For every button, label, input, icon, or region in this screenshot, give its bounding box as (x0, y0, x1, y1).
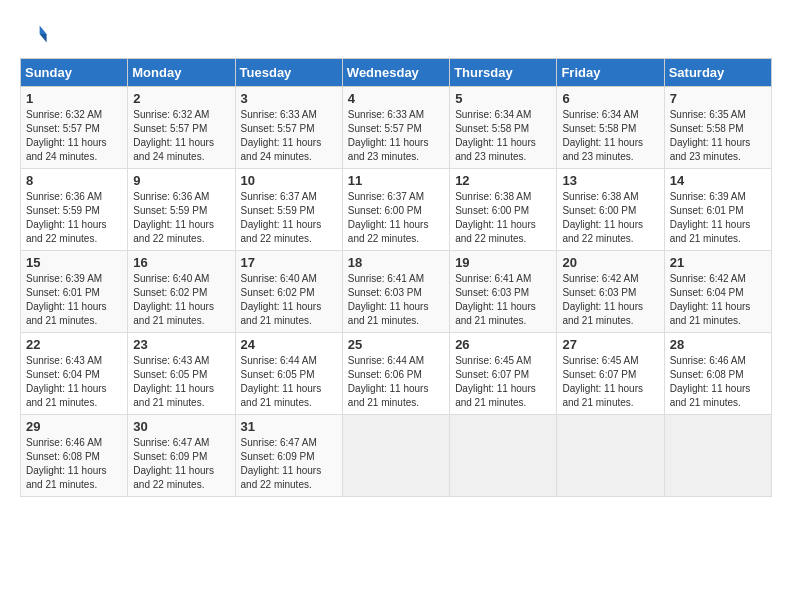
calendar-week-row: 29Sunrise: 6:46 AMSunset: 6:08 PMDayligh… (21, 415, 772, 497)
calendar-cell: 14Sunrise: 6:39 AMSunset: 6:01 PMDayligh… (664, 169, 771, 251)
day-number: 5 (455, 91, 551, 106)
calendar-cell: 27Sunrise: 6:45 AMSunset: 6:07 PMDayligh… (557, 333, 664, 415)
cell-info: Sunrise: 6:36 AMSunset: 5:59 PMDaylight:… (133, 190, 229, 246)
cell-info: Sunrise: 6:45 AMSunset: 6:07 PMDaylight:… (562, 354, 658, 410)
day-number: 3 (241, 91, 337, 106)
cell-info: Sunrise: 6:46 AMSunset: 6:08 PMDaylight:… (26, 436, 122, 492)
calendar-cell: 30Sunrise: 6:47 AMSunset: 6:09 PMDayligh… (128, 415, 235, 497)
day-number: 14 (670, 173, 766, 188)
calendar-cell (342, 415, 449, 497)
calendar-cell: 5Sunrise: 6:34 AMSunset: 5:58 PMDaylight… (450, 87, 557, 169)
page-header (20, 20, 772, 48)
day-header-monday: Monday (128, 59, 235, 87)
day-number: 27 (562, 337, 658, 352)
calendar-cell: 12Sunrise: 6:38 AMSunset: 6:00 PMDayligh… (450, 169, 557, 251)
calendar-cell: 23Sunrise: 6:43 AMSunset: 6:05 PMDayligh… (128, 333, 235, 415)
day-number: 19 (455, 255, 551, 270)
calendar-cell: 1Sunrise: 6:32 AMSunset: 5:57 PMDaylight… (21, 87, 128, 169)
header-row: SundayMondayTuesdayWednesdayThursdayFrid… (21, 59, 772, 87)
svg-marker-0 (40, 26, 47, 34)
day-header-wednesday: Wednesday (342, 59, 449, 87)
calendar-cell: 25Sunrise: 6:44 AMSunset: 6:06 PMDayligh… (342, 333, 449, 415)
calendar-cell: 8Sunrise: 6:36 AMSunset: 5:59 PMDaylight… (21, 169, 128, 251)
cell-info: Sunrise: 6:34 AMSunset: 5:58 PMDaylight:… (455, 108, 551, 164)
day-number: 7 (670, 91, 766, 106)
day-number: 16 (133, 255, 229, 270)
day-number: 30 (133, 419, 229, 434)
day-number: 15 (26, 255, 122, 270)
day-number: 9 (133, 173, 229, 188)
day-number: 13 (562, 173, 658, 188)
calendar-cell (557, 415, 664, 497)
day-header-saturday: Saturday (664, 59, 771, 87)
day-number: 12 (455, 173, 551, 188)
day-number: 28 (670, 337, 766, 352)
calendar-cell: 20Sunrise: 6:42 AMSunset: 6:03 PMDayligh… (557, 251, 664, 333)
day-number: 6 (562, 91, 658, 106)
calendar-cell: 13Sunrise: 6:38 AMSunset: 6:00 PMDayligh… (557, 169, 664, 251)
day-header-thursday: Thursday (450, 59, 557, 87)
day-header-friday: Friday (557, 59, 664, 87)
day-header-sunday: Sunday (21, 59, 128, 87)
day-number: 8 (26, 173, 122, 188)
cell-info: Sunrise: 6:44 AMSunset: 6:05 PMDaylight:… (241, 354, 337, 410)
day-number: 25 (348, 337, 444, 352)
cell-info: Sunrise: 6:41 AMSunset: 6:03 PMDaylight:… (455, 272, 551, 328)
calendar-cell: 16Sunrise: 6:40 AMSunset: 6:02 PMDayligh… (128, 251, 235, 333)
cell-info: Sunrise: 6:33 AMSunset: 5:57 PMDaylight:… (241, 108, 337, 164)
calendar-week-row: 15Sunrise: 6:39 AMSunset: 6:01 PMDayligh… (21, 251, 772, 333)
cell-info: Sunrise: 6:47 AMSunset: 6:09 PMDaylight:… (241, 436, 337, 492)
day-number: 1 (26, 91, 122, 106)
cell-info: Sunrise: 6:42 AMSunset: 6:04 PMDaylight:… (670, 272, 766, 328)
calendar-table: SundayMondayTuesdayWednesdayThursdayFrid… (20, 58, 772, 497)
cell-info: Sunrise: 6:39 AMSunset: 6:01 PMDaylight:… (26, 272, 122, 328)
day-number: 29 (26, 419, 122, 434)
calendar-cell: 22Sunrise: 6:43 AMSunset: 6:04 PMDayligh… (21, 333, 128, 415)
calendar-cell: 10Sunrise: 6:37 AMSunset: 5:59 PMDayligh… (235, 169, 342, 251)
cell-info: Sunrise: 6:43 AMSunset: 6:05 PMDaylight:… (133, 354, 229, 410)
calendar-cell: 17Sunrise: 6:40 AMSunset: 6:02 PMDayligh… (235, 251, 342, 333)
cell-info: Sunrise: 6:42 AMSunset: 6:03 PMDaylight:… (562, 272, 658, 328)
cell-info: Sunrise: 6:40 AMSunset: 6:02 PMDaylight:… (241, 272, 337, 328)
cell-info: Sunrise: 6:32 AMSunset: 5:57 PMDaylight:… (26, 108, 122, 164)
calendar-cell: 9Sunrise: 6:36 AMSunset: 5:59 PMDaylight… (128, 169, 235, 251)
day-number: 22 (26, 337, 122, 352)
calendar-cell: 21Sunrise: 6:42 AMSunset: 6:04 PMDayligh… (664, 251, 771, 333)
calendar-cell: 18Sunrise: 6:41 AMSunset: 6:03 PMDayligh… (342, 251, 449, 333)
day-number: 10 (241, 173, 337, 188)
calendar-cell: 26Sunrise: 6:45 AMSunset: 6:07 PMDayligh… (450, 333, 557, 415)
day-number: 20 (562, 255, 658, 270)
logo (20, 20, 52, 48)
cell-info: Sunrise: 6:47 AMSunset: 6:09 PMDaylight:… (133, 436, 229, 492)
cell-info: Sunrise: 6:37 AMSunset: 6:00 PMDaylight:… (348, 190, 444, 246)
cell-info: Sunrise: 6:33 AMSunset: 5:57 PMDaylight:… (348, 108, 444, 164)
calendar-cell: 31Sunrise: 6:47 AMSunset: 6:09 PMDayligh… (235, 415, 342, 497)
calendar-cell: 19Sunrise: 6:41 AMSunset: 6:03 PMDayligh… (450, 251, 557, 333)
cell-info: Sunrise: 6:37 AMSunset: 5:59 PMDaylight:… (241, 190, 337, 246)
day-number: 2 (133, 91, 229, 106)
cell-info: Sunrise: 6:34 AMSunset: 5:58 PMDaylight:… (562, 108, 658, 164)
calendar-cell: 24Sunrise: 6:44 AMSunset: 6:05 PMDayligh… (235, 333, 342, 415)
cell-info: Sunrise: 6:46 AMSunset: 6:08 PMDaylight:… (670, 354, 766, 410)
day-number: 26 (455, 337, 551, 352)
day-header-tuesday: Tuesday (235, 59, 342, 87)
cell-info: Sunrise: 6:39 AMSunset: 6:01 PMDaylight:… (670, 190, 766, 246)
calendar-cell (664, 415, 771, 497)
cell-info: Sunrise: 6:32 AMSunset: 5:57 PMDaylight:… (133, 108, 229, 164)
cell-info: Sunrise: 6:38 AMSunset: 6:00 PMDaylight:… (455, 190, 551, 246)
cell-info: Sunrise: 6:40 AMSunset: 6:02 PMDaylight:… (133, 272, 229, 328)
calendar-cell: 6Sunrise: 6:34 AMSunset: 5:58 PMDaylight… (557, 87, 664, 169)
cell-info: Sunrise: 6:44 AMSunset: 6:06 PMDaylight:… (348, 354, 444, 410)
calendar-cell: 28Sunrise: 6:46 AMSunset: 6:08 PMDayligh… (664, 333, 771, 415)
day-number: 24 (241, 337, 337, 352)
logo-icon (20, 20, 48, 48)
cell-info: Sunrise: 6:36 AMSunset: 5:59 PMDaylight:… (26, 190, 122, 246)
day-number: 31 (241, 419, 337, 434)
calendar-cell: 29Sunrise: 6:46 AMSunset: 6:08 PMDayligh… (21, 415, 128, 497)
calendar-cell: 3Sunrise: 6:33 AMSunset: 5:57 PMDaylight… (235, 87, 342, 169)
day-number: 18 (348, 255, 444, 270)
day-number: 4 (348, 91, 444, 106)
calendar-cell: 7Sunrise: 6:35 AMSunset: 5:58 PMDaylight… (664, 87, 771, 169)
cell-info: Sunrise: 6:45 AMSunset: 6:07 PMDaylight:… (455, 354, 551, 410)
cell-info: Sunrise: 6:38 AMSunset: 6:00 PMDaylight:… (562, 190, 658, 246)
